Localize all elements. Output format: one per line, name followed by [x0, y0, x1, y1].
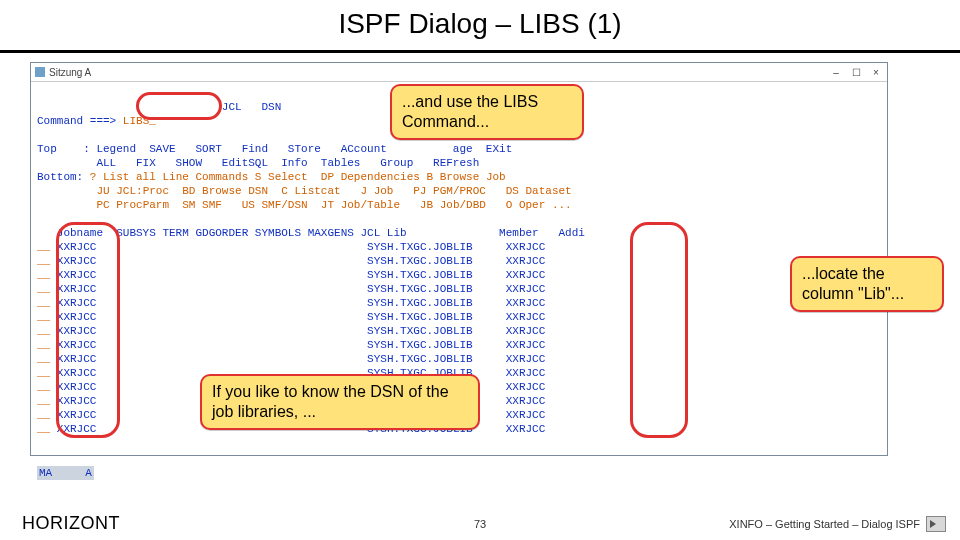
line-command-field[interactable]: __: [37, 381, 57, 393]
member-cell: XXRJCC: [506, 409, 546, 421]
jobname-cell: XXRJCC: [57, 423, 110, 435]
member-cell: XXRJCC: [506, 325, 546, 337]
legend-bottom-pad2: [37, 185, 96, 197]
line-command-field[interactable]: __: [37, 409, 57, 421]
status-line: MA A: [37, 466, 94, 480]
lib-cell: SYSH.TXGC.JOBLIB: [367, 311, 506, 323]
line-command-field[interactable]: __: [37, 353, 57, 365]
legend-bottom-1: ? List all Line Commands S Select DP Dep…: [90, 171, 506, 183]
line-command-field[interactable]: __: [37, 255, 57, 267]
member-cell: XXRJCC: [506, 255, 546, 267]
line-command-field[interactable]: __: [37, 339, 57, 351]
prev-slide-icon[interactable]: [926, 516, 946, 532]
line-command-field[interactable]: __: [37, 241, 57, 253]
jobname-cell: XXRJCC: [57, 339, 110, 351]
jobname-cell: XXRJCC: [57, 325, 110, 337]
line-command-field[interactable]: __: [37, 367, 57, 379]
footer: HORIZONT 73 XINFO – Getting Started – Di…: [0, 510, 960, 534]
jobname-cell: XXRJCC: [57, 395, 110, 407]
jobname-cell: XXRJCC: [57, 311, 110, 323]
jobname-cell: XXRJCC: [57, 269, 110, 281]
member-cell: XXRJCC: [506, 311, 546, 323]
slide-title: ISPF Dialog – LIBS (1): [0, 8, 960, 40]
minimize-button[interactable]: –: [829, 67, 843, 78]
terminal-titlebar: Sitzung A – ☐ ×: [31, 63, 887, 82]
line-command-field[interactable]: __: [37, 423, 57, 435]
lib-cell: SYSH.TXGC.JOBLIB: [367, 339, 506, 351]
jobname-cell: XXRJCC: [57, 241, 110, 253]
lib-cell: SYSH.TXGC.JOBLIB: [367, 325, 506, 337]
lib-cell: SYSH.TXGC.JOBLIB: [367, 353, 506, 365]
command-input[interactable]: LIBS_: [123, 115, 156, 127]
member-cell: XXRJCC: [506, 297, 546, 309]
legend-top-1: Top : Legend SAVE SORT Find STore ACcoun…: [37, 143, 512, 155]
title-rule: [0, 50, 960, 53]
lib-cell: SYSH.TXGC.JOBLIB: [367, 269, 506, 281]
maximize-button[interactable]: ☐: [849, 67, 863, 78]
legend-bottom-pad3: [37, 199, 96, 211]
callout-locate-lib: ...locate the column "Lib"...: [790, 256, 944, 312]
member-cell: XXRJCC: [506, 339, 546, 351]
member-cell: XXRJCC: [506, 381, 546, 393]
footer-right-text: XINFO – Getting Started – Dialog ISPF: [729, 518, 920, 530]
jobname-cell: XXRJCC: [57, 283, 110, 295]
line-command-field[interactable]: __: [37, 311, 57, 323]
legend-bottom-label: Bottom:: [37, 171, 90, 183]
member-cell: XXRJCC: [506, 367, 546, 379]
jobname-cell: XXRJCC: [57, 353, 110, 365]
command-label: Command ===>: [37, 115, 116, 127]
member-cell: XXRJCC: [506, 241, 546, 253]
jobname-cell: XXRJCC: [57, 381, 110, 393]
legend-top-2: ALL FIX SHOW EditSQL Info Tables Group R…: [37, 157, 479, 169]
session-title: Sitzung A: [49, 67, 91, 78]
lib-cell: SYSH.TXGC.JOBLIB: [367, 241, 506, 253]
jobname-cell: XXRJCC: [57, 255, 110, 267]
jobname-cell: XXRJCC: [57, 297, 110, 309]
lib-cell: SYSH.TXGC.JOBLIB: [367, 283, 506, 295]
callout-dsn-intro: If you like to know the DSN of the job l…: [200, 374, 480, 430]
jobname-cell: XXRJCC: [57, 367, 110, 379]
member-cell: XXRJCC: [506, 353, 546, 365]
column-headers: Jobname SUBSYS TERM GDGORDER SYMBOLS MAX…: [37, 227, 585, 239]
legend-bottom-3: PC ProcParm SM SMF US SMF/DSN JT Job/Tab…: [96, 199, 571, 211]
lib-cell: SYSH.TXGC.JOBLIB: [367, 297, 506, 309]
member-cell: XXRJCC: [506, 269, 546, 281]
line-command-field[interactable]: __: [37, 395, 57, 407]
line-command-field[interactable]: __: [37, 283, 57, 295]
app-icon: [35, 67, 45, 77]
line-command-field[interactable]: __: [37, 297, 57, 309]
jobname-cell: XXRJCC: [57, 409, 110, 421]
lib-cell: SYSH.TXGC.JOBLIB: [367, 255, 506, 267]
line-command-field[interactable]: __: [37, 325, 57, 337]
line-command-field[interactable]: __: [37, 269, 57, 281]
member-cell: XXRJCC: [506, 395, 546, 407]
panel-header-center: JCL DSN: [222, 101, 281, 113]
callout-libs-command: ...and use the LIBS Command...: [390, 84, 584, 140]
legend-bottom-2: JU JCL:Proc BD Browse DSN C Listcat J Jo…: [96, 185, 571, 197]
member-cell: XXRJCC: [506, 423, 546, 435]
member-cell: XXRJCC: [506, 283, 546, 295]
close-button[interactable]: ×: [869, 67, 883, 78]
